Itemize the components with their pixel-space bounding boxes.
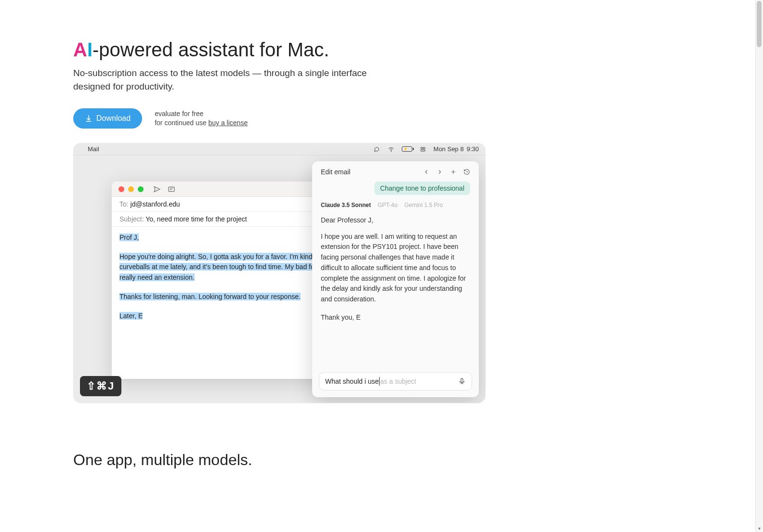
assistant-body: Change tone to professional Claude 3.5 S…	[312, 181, 479, 365]
shortcut-badge: ⇧⌘J	[80, 376, 121, 396]
mac-menubar: Mail ⚡ Mon Sep 8 9:30	[73, 143, 486, 156]
download-button-label: Download	[96, 114, 131, 123]
svg-rect-5	[461, 378, 463, 382]
assistant-panel: Edit email Change tone to professional C…	[312, 161, 479, 397]
assistant-title: Edit email	[321, 168, 350, 176]
response-signoff: Thank you, E	[321, 312, 470, 323]
mail-body-greeting: Prof J,	[119, 234, 139, 241]
scroll-down-arrow[interactable]: ▾	[757, 526, 762, 531]
mail-subject-value: Yo, need more time for the project	[145, 215, 247, 223]
svg-rect-4	[169, 187, 174, 191]
forward-icon[interactable]	[436, 169, 443, 175]
model-tab-claude[interactable]: Claude 3.5 Sonnet	[321, 202, 371, 208]
eval-free-text: evaluate for free	[155, 109, 248, 118]
scrollbar-thumb[interactable]	[757, 1, 762, 47]
battery-icon: ⚡	[402, 146, 412, 152]
mail-body-p2: Thanks for listening, man. Looking forwa…	[119, 293, 301, 300]
mail-subject-label: Subject:	[119, 215, 145, 223]
mic-icon[interactable]	[458, 377, 466, 385]
download-icon	[85, 115, 92, 122]
hero-title: AI-powered assistant for Mac.	[73, 39, 593, 61]
hero-subtitle: No-subscription access to the latest mod…	[73, 66, 391, 93]
model-tab-gemini[interactable]: Gemini 1.5 Pro	[404, 202, 443, 208]
svg-rect-3	[421, 150, 425, 151]
shortcut-key-text: ⇧⌘J	[87, 380, 115, 392]
mail-to-label: To:	[119, 200, 131, 208]
response-greeting: Dear Professor J,	[321, 215, 470, 226]
buy-license-link[interactable]: buy a license	[208, 119, 248, 127]
menubar-status-icons: ⚡	[373, 146, 427, 152]
send-icon[interactable]	[153, 185, 161, 193]
response-p1: I hope you are well. I am writing to req…	[321, 232, 470, 305]
wifi-icon	[387, 146, 395, 152]
menubar-date: Mon Sep 8	[434, 145, 464, 153]
plus-icon[interactable]	[450, 169, 457, 175]
download-button[interactable]: Download	[73, 108, 142, 129]
demo-stage: Mail ⚡ Mon Sep 8 9:30	[73, 143, 486, 403]
assistant-input[interactable]: What should i use as a subject	[319, 372, 472, 390]
svg-point-0	[391, 151, 391, 151]
mail-body-signoff: Later, E	[119, 312, 143, 320]
assistant-input-typed: What should i use	[325, 377, 379, 385]
model-tab-gpt4o[interactable]: GPT-4o	[378, 202, 397, 208]
cta-row: Download evaluate for free for continued…	[73, 108, 593, 129]
chat-icon	[373, 146, 381, 152]
assistant-response: Dear Professor J, I hope you are well. I…	[321, 215, 470, 323]
user-prompt-chip: Change tone to professional	[374, 182, 470, 195]
traffic-light-minimize[interactable]	[128, 186, 134, 192]
control-center-icon	[419, 146, 427, 152]
svg-rect-1	[421, 147, 422, 149]
cta-note: evaluate for free for continued use buy …	[155, 109, 248, 128]
assistant-input-ghost: as a subject	[380, 377, 416, 385]
page-content: AI-powered assistant for Mac. No-subscri…	[73, 0, 690, 469]
section2-heading: One app, multiple models.	[73, 451, 690, 469]
hero-title-rest: -powered assistant for Mac.	[92, 39, 329, 60]
menubar-time: 9:30	[467, 145, 479, 153]
format-icon[interactable]	[168, 185, 175, 193]
page-scrollbar[interactable]: ▾	[755, 0, 763, 532]
traffic-light-zoom[interactable]	[138, 186, 144, 192]
continued-use-prefix: for continued use	[155, 119, 208, 127]
menubar-app-name: Mail	[88, 145, 99, 153]
traffic-light-close[interactable]	[118, 186, 124, 192]
history-icon[interactable]	[463, 169, 470, 175]
assistant-header: Edit email	[312, 161, 479, 181]
svg-rect-2	[423, 147, 425, 149]
hero: AI-powered assistant for Mac. No-subscri…	[73, 39, 690, 129]
mail-to-value: jd@stanford.edu	[131, 200, 180, 208]
model-tabs: Claude 3.5 Sonnet GPT-4o Gemini 1.5 Pro	[321, 202, 470, 208]
back-icon[interactable]	[423, 169, 430, 175]
caret	[379, 377, 380, 386]
